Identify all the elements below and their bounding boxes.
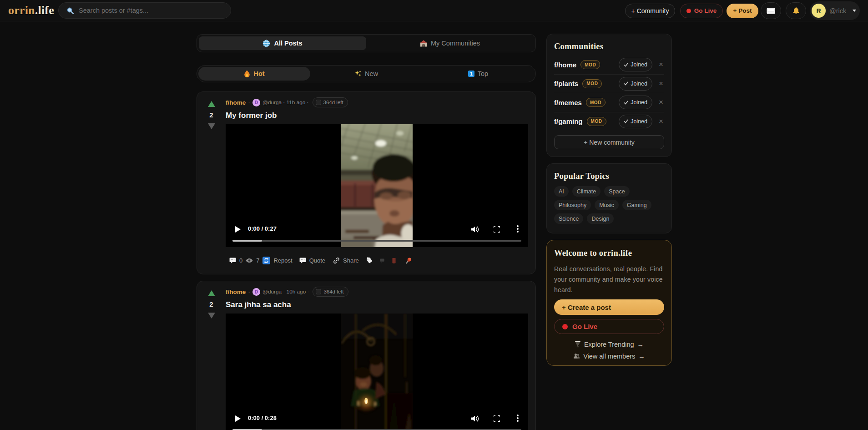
svg-text:1: 1: [470, 71, 473, 76]
